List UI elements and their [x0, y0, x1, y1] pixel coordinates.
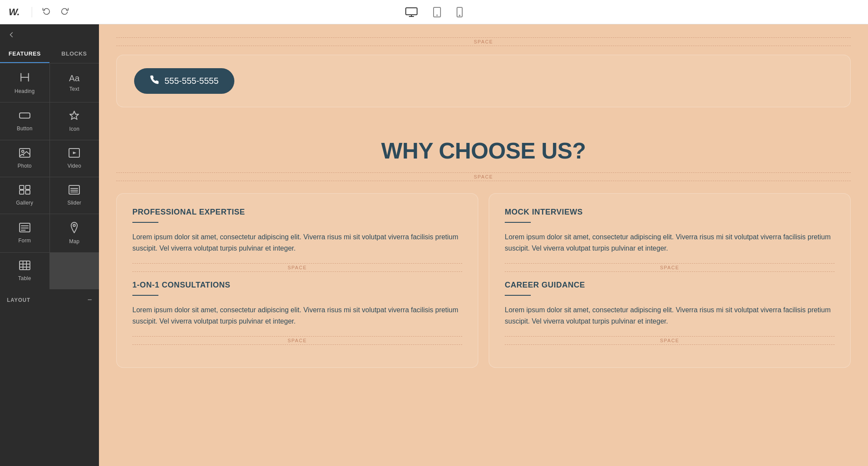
- svg-point-7: [459, 15, 460, 16]
- form-label: Form: [18, 238, 31, 244]
- layout-label: LAYOUT: [7, 297, 30, 303]
- svg-rect-30: [20, 261, 30, 270]
- table-icon: [19, 261, 30, 272]
- svg-rect-18: [26, 185, 30, 189]
- feature-card-space-3: SPACE: [505, 336, 835, 345]
- sidebar-item-video[interactable]: Video: [50, 140, 99, 177]
- text-label: Text: [69, 86, 79, 92]
- map-label: Map: [69, 238, 79, 245]
- svg-point-5: [437, 15, 437, 16]
- button-icon: [19, 111, 30, 122]
- text-icon: Aa: [69, 74, 79, 83]
- svg-marker-16: [73, 152, 76, 154]
- sidebar-item-button[interactable]: Button: [0, 102, 49, 140]
- sidebar-item-table[interactable]: Table: [0, 253, 49, 289]
- layout-section: LAYOUT −: [0, 289, 99, 311]
- icon-icon: [69, 110, 79, 122]
- sidebar-features-grid: Heading Aa Text Button: [0, 64, 99, 289]
- feature-card-text-2: Lorem ipsum dolor sit amet, consectetur …: [132, 304, 462, 327]
- svg-rect-0: [406, 8, 417, 15]
- svg-point-29: [73, 225, 76, 227]
- feature-card-professional-expertise: PROFESSIONAL EXPERTISE Lorem ipsum dolor…: [116, 193, 478, 368]
- sidebar-back-button[interactable]: [0, 24, 99, 45]
- heading-icon: [19, 72, 30, 85]
- canvas: SPACE 555-555-5555 WHY CHOOSE US? SPA: [99, 24, 868, 466]
- why-title: WHY CHOOSE US?: [116, 138, 851, 164]
- photo-label: Photo: [17, 163, 32, 169]
- svg-rect-20: [26, 190, 30, 194]
- phone-card: 555-555-5555: [116, 55, 851, 107]
- tablet-view-button[interactable]: [431, 4, 444, 20]
- svg-rect-11: [20, 113, 30, 118]
- feature-card-title-3: CAREER GUIDANCE: [505, 281, 835, 290]
- phone-icon: [150, 75, 159, 87]
- feature-card-divider-0: [132, 222, 158, 223]
- sidebar-tabs: FEATURES BLOCKS: [0, 45, 99, 63]
- video-icon: [69, 148, 80, 159]
- device-switcher: [403, 4, 465, 20]
- feature-card-space-1: SPACE: [505, 263, 835, 272]
- feature-card-space-0: SPACE: [132, 263, 462, 272]
- feature-card-text-0: Lorem ipsum dolor sit amet, consectetur …: [132, 231, 462, 254]
- logo: W.: [9, 7, 20, 18]
- slider-label: Slider: [67, 200, 81, 206]
- undo-redo-group: [39, 5, 72, 19]
- sidebar-item-photo[interactable]: Photo: [0, 140, 49, 177]
- feature-card-title-1: MOCK INTERVIEWS: [505, 208, 835, 217]
- slider-icon: [69, 185, 80, 196]
- feature-card-title-0: PROFESSIONAL EXPERTISE: [132, 208, 462, 217]
- svg-marker-12: [70, 111, 79, 119]
- sidebar-item-slider[interactable]: Slider: [50, 177, 99, 214]
- icon-label: Icon: [69, 126, 79, 132]
- feature-card-title-2: 1-ON-1 CONSULTATIONS: [132, 281, 462, 290]
- gallery-label: Gallery: [16, 200, 33, 206]
- sidebar-item-form[interactable]: Form: [0, 214, 49, 252]
- phone-button[interactable]: 555-555-5555: [134, 68, 234, 94]
- mobile-view-button[interactable]: [454, 4, 465, 20]
- layout-collapse-button[interactable]: −: [87, 295, 92, 304]
- main-layout: FEATURES BLOCKS Heading Aa Text: [0, 24, 868, 466]
- feature-card-divider-1: [505, 222, 531, 223]
- canvas-inner: SPACE 555-555-5555 WHY CHOOSE US? SPA: [99, 24, 868, 466]
- feature-card-divider-3: [505, 295, 531, 296]
- phone-space-indicator: SPACE: [116, 37, 851, 46]
- table-label: Table: [18, 275, 31, 281]
- svg-rect-17: [20, 185, 24, 189]
- phone-section: SPACE 555-555-5555: [99, 24, 868, 120]
- sidebar-item-gallery[interactable]: Gallery: [0, 177, 49, 214]
- sidebar-item-map[interactable]: Map: [50, 214, 99, 252]
- sidebar-item-heading[interactable]: Heading: [0, 64, 49, 102]
- desktop-view-button[interactable]: [403, 5, 420, 20]
- feature-card-mock-interviews: MOCK INTERVIEWS Lorem ipsum dolor sit am…: [489, 193, 851, 368]
- form-icon: [19, 223, 30, 234]
- sidebar-item-icon[interactable]: Icon: [50, 102, 99, 140]
- undo-button[interactable]: [39, 5, 54, 19]
- topbar: W.: [0, 0, 868, 24]
- feature-card-text-3: Lorem ipsum dolor sit amet, consectetur …: [505, 304, 835, 327]
- redo-button[interactable]: [57, 5, 72, 19]
- why-section: WHY CHOOSE US? SPACE PROFESSIONAL EXPERT…: [99, 120, 868, 385]
- topbar-divider: [32, 7, 32, 17]
- sidebar-item-text[interactable]: Aa Text: [50, 64, 99, 102]
- svg-rect-19: [20, 190, 24, 194]
- phone-number: 555-555-5555: [164, 76, 219, 86]
- map-icon: [69, 222, 79, 235]
- heading-label: Heading: [15, 88, 35, 94]
- svg-point-14: [22, 150, 24, 152]
- features-grid: PROFESSIONAL EXPERTISE Lorem ipsum dolor…: [116, 193, 851, 377]
- tab-blocks[interactable]: BLOCKS: [49, 45, 99, 63]
- sidebar: FEATURES BLOCKS Heading Aa Text: [0, 24, 99, 466]
- gallery-icon: [19, 185, 30, 196]
- button-label: Button: [17, 126, 33, 132]
- feature-card-space-2: SPACE: [132, 336, 462, 345]
- tab-features[interactable]: FEATURES: [0, 45, 49, 63]
- why-space-indicator: SPACE: [116, 172, 851, 181]
- feature-card-divider-2: [132, 295, 158, 296]
- feature-card-text-1: Lorem ipsum dolor sit amet, consectetur …: [505, 231, 835, 254]
- video-label: Video: [67, 163, 81, 169]
- photo-icon: [19, 148, 30, 159]
